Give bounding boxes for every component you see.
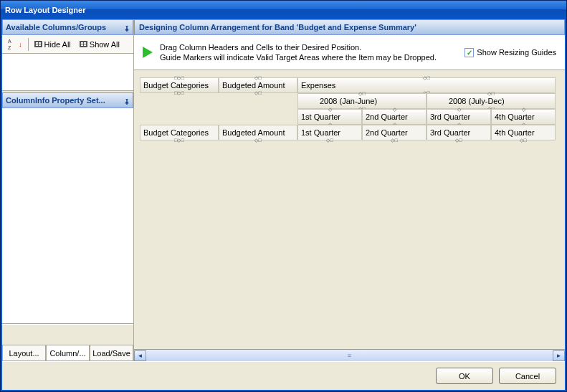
info-text: Drag Column Headers and Cells to their D… — [160, 42, 457, 62]
group-2008-july-dec[interactable]: ◇□2008 (July-Dec)◇□ — [427, 93, 556, 109]
info-line2: Guide Markers will indicate Valid Target… — [160, 52, 457, 62]
tab-loadsave[interactable]: Load/Save — [90, 345, 133, 361]
design-header: Designing Column Arrangement for Band 'B… — [134, 19, 565, 35]
sidebar-toolbar: ↓ Hide All Show All — [2, 35, 133, 54]
show-all-label: Show All — [90, 40, 120, 49]
play-icon — [143, 47, 153, 58]
scroll-thumb-grip: ≡ — [348, 352, 351, 359]
bottom-tabs: Layout... Column/... Load/Save — [2, 345, 133, 361]
left-sidebar: Available Columns/Groups ↓ Hide All Show… — [2, 19, 134, 361]
show-all-button[interactable]: Show All — [77, 39, 123, 50]
cell-q1[interactable]: 1st Quarter◇□ — [297, 125, 362, 140]
dialog-footer: OK Cancel — [2, 361, 565, 390]
cancel-button[interactable]: Cancel — [499, 368, 556, 384]
cell-budget-categories[interactable]: Budget Categories□◇□ — [140, 125, 219, 140]
show-guides-checkbox[interactable]: ✓ Show Resizing Guides — [464, 48, 556, 57]
design-header-text: Designing Column Arrangement for Band 'B… — [139, 23, 416, 32]
separator — [28, 38, 29, 51]
show-guides-label: Show Resizing Guides — [477, 48, 556, 57]
sort-icon — [8, 40, 16, 49]
cell-q3[interactable]: 3rd Quarter◇□ — [427, 125, 491, 140]
spacer — [2, 324, 133, 345]
available-columns-list[interactable] — [2, 54, 133, 91]
columninfo-header[interactable]: ColumnInfo Property Set... — [2, 92, 133, 108]
grid-icon — [34, 41, 42, 47]
window-title: Row Layout Designer — [5, 6, 85, 14]
header-q3[interactable]: ◇3rd Quarter◇ — [427, 109, 491, 125]
cell-q2[interactable]: 2nd Quarter◇□ — [362, 125, 427, 140]
design-panel: Designing Column Arrangement for Band 'B… — [134, 19, 565, 361]
header-budgeted-amount[interactable]: ◇□Budgeted Amount◇□ — [219, 77, 297, 93]
scroll-right-button[interactable]: ► — [553, 350, 565, 361]
title-bar[interactable]: Row Layout Designer — [1, 1, 566, 19]
hide-all-label: Hide All — [44, 40, 71, 49]
available-columns-header[interactable]: Available Columns/Groups — [2, 19, 133, 35]
info-line1: Drag Column Headers and Cells to their D… — [160, 42, 457, 52]
hide-all-button[interactable]: Hide All — [32, 39, 74, 50]
header-q4[interactable]: ◇4th Quarter◇ — [491, 109, 556, 125]
ok-button[interactable]: OK — [436, 368, 493, 384]
horizontal-scrollbar[interactable]: ◄ ≡ ► — [134, 349, 565, 361]
checkbox-icon: ✓ — [464, 48, 474, 57]
panel-title: Available Columns/Groups — [6, 23, 106, 32]
header-expenses[interactable]: ◇□Expenses◇□ — [297, 77, 556, 93]
sort-button[interactable]: ↓ — [5, 39, 25, 50]
grid-icon — [80, 41, 87, 47]
tab-column[interactable]: Column/... — [46, 345, 90, 361]
cell-q4[interactable]: 4th Quarter◇□ — [491, 125, 556, 140]
property-area[interactable] — [2, 108, 133, 324]
info-strip: Drag Column Headers and Cells to their D… — [134, 35, 565, 70]
header-q1[interactable]: ◇1st Quarter◇ — [297, 109, 362, 125]
scroll-left-button[interactable]: ◄ — [134, 350, 146, 361]
group-2008-jan-june[interactable]: ◇□2008 (Jan-June)◇□ — [297, 93, 427, 109]
design-canvas[interactable]: □◇□Budget Categories□◇□ ◇□Budgeted Amoun… — [134, 70, 565, 349]
scroll-track[interactable]: ≡ — [146, 350, 553, 361]
header-q2[interactable]: ◇2nd Quarter◇ — [362, 109, 427, 125]
tab-layout[interactable]: Layout... — [2, 345, 46, 361]
header-budget-categories[interactable]: □◇□Budget Categories□◇□ — [140, 77, 219, 93]
cell-budgeted-amount[interactable]: Budgeted Amount◇□ — [219, 125, 297, 140]
panel-title: ColumnInfo Property Set... — [6, 96, 105, 105]
pin-icon[interactable] — [124, 97, 130, 103]
pin-icon[interactable] — [124, 24, 130, 30]
